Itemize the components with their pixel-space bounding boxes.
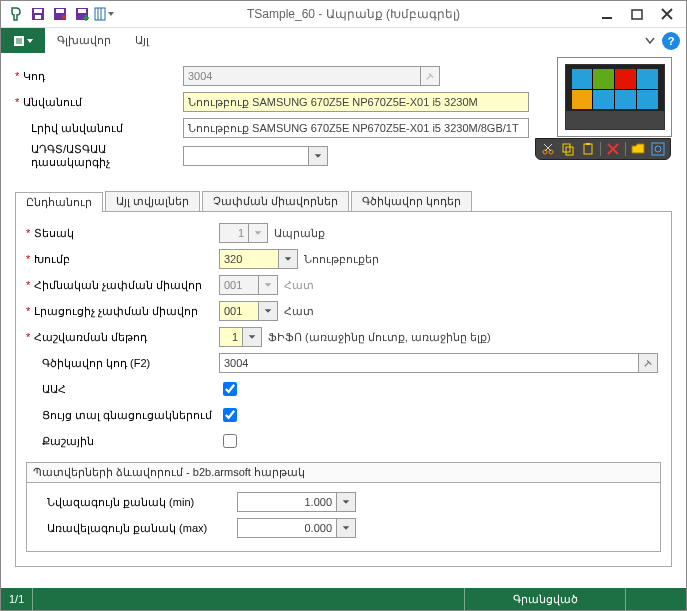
orders-group-title: Պատվերների ձևավորում - b2b.armsoft հարթա… — [27, 463, 660, 483]
status-position: 1/1 — [1, 588, 32, 610]
save-new-icon[interactable] — [72, 4, 92, 24]
addunit-suffix: Հատ — [284, 305, 314, 318]
vat-checkbox[interactable] — [223, 382, 237, 396]
baseunit-dropdown-button — [258, 275, 278, 295]
svg-rect-1 — [34, 9, 42, 13]
save-icon[interactable] — [28, 4, 48, 24]
window-title: TSample_60 - Ապրանք (Խմբագրել) — [115, 7, 592, 21]
baseunit-suffix: Հատ — [284, 279, 314, 292]
tab-general[interactable]: Ընդհանուր — [15, 192, 103, 212]
menubar: Գլխավոր Այլ ? — [1, 27, 686, 53]
baseunit-input — [219, 275, 259, 295]
baseunit-label: Հիմնական չափման միավոր — [34, 279, 219, 292]
svg-rect-20 — [584, 144, 592, 154]
titlebar: TSample_60 - Ապրանք (Խմբագրել) — [1, 1, 686, 27]
maxqty-dropdown-button[interactable] — [336, 518, 356, 538]
columns-dropdown-icon[interactable] — [94, 4, 114, 24]
svg-rect-4 — [56, 9, 64, 13]
svg-rect-2 — [35, 15, 41, 19]
help-icon[interactable]: ? — [662, 32, 680, 50]
maximize-button[interactable] — [622, 3, 652, 25]
minqty-input[interactable] — [237, 492, 337, 512]
type-label: Տեսակ — [34, 227, 219, 240]
group-label: Խումբ — [34, 253, 219, 266]
fullname-label: Լրիվ անվանում — [23, 122, 183, 135]
type-input — [219, 223, 249, 243]
content-area: * Կոդ * Անվանում Լրիվ անվանում ԱԴԳՏ/ԱՏԳԱ… — [1, 53, 686, 588]
delete-icon[interactable] — [605, 141, 621, 157]
product-image-thumbnail — [557, 57, 672, 137]
weight-checkbox[interactable] — [223, 434, 237, 448]
tabs: Ընդհանուր Այլ տվյալներ Չափման միավորներ … — [15, 191, 672, 212]
group-input[interactable] — [219, 249, 279, 269]
fullname-input[interactable] — [183, 118, 529, 138]
close-button[interactable] — [652, 3, 682, 25]
svg-rect-22 — [652, 143, 664, 155]
weight-label: Քաշային — [34, 435, 219, 448]
calcmethod-suffix: ՖԻՖՈ (առաջինը մուտք, առաջինը ելք) — [268, 331, 491, 344]
class-input[interactable] — [183, 146, 309, 166]
minqty-label: Նվազագույն քանակ (min) — [37, 496, 237, 509]
tab-pane-general: * Տեսակ Ապրանք * Խումբ Նոութբուքեր * — [15, 212, 672, 567]
barcode-action-button[interactable] — [638, 353, 658, 373]
addunit-label: Լրացուցիչ չափման միավոր — [34, 305, 219, 318]
svg-rect-21 — [586, 143, 590, 145]
code-lookup-button — [420, 66, 440, 86]
type-dropdown-button — [248, 223, 268, 243]
class-dropdown-button[interactable] — [308, 146, 328, 166]
barcode-input[interactable] — [219, 353, 639, 373]
copy-icon[interactable] — [560, 141, 576, 157]
statusbar: 1/1 Գրանցված — [1, 588, 686, 610]
svg-rect-7 — [95, 8, 105, 20]
group-dropdown-button[interactable] — [278, 249, 298, 269]
menu-expand-icon[interactable] — [638, 35, 662, 47]
maxqty-input[interactable] — [237, 518, 337, 538]
class-label: ԱԴԳՏ/ԱՏԳԱԱ դասակարգիչ — [23, 143, 183, 169]
calcmethod-input[interactable] — [219, 327, 243, 347]
barcode-label: Գծիկավոր կոդ (F2) — [34, 357, 219, 370]
svg-point-23 — [655, 146, 661, 152]
show-label: Ցույց տալ գնացուցակներում — [34, 409, 219, 422]
tab-barcodes[interactable]: Գծիկավոր կոդեր — [351, 191, 472, 211]
vat-label: ԱԱՀ — [34, 383, 219, 396]
calcmethod-label: Հաշվառման մեթոդ — [34, 331, 219, 344]
tab-units[interactable]: Չափման միավորներ — [202, 191, 349, 211]
svg-rect-11 — [632, 10, 642, 19]
name-label: Անվանում — [23, 96, 183, 109]
tab-other-data[interactable]: Այլ տվյալներ — [105, 191, 200, 211]
svg-rect-6 — [78, 9, 86, 13]
code-input — [183, 66, 421, 86]
laptop-image — [565, 64, 665, 130]
maxqty-label: Առավելագույն քանակ (max) — [37, 522, 237, 535]
minqty-dropdown-button[interactable] — [336, 492, 356, 512]
open-folder-icon[interactable] — [630, 141, 646, 157]
save-close-icon[interactable] — [50, 4, 70, 24]
addunit-dropdown-button[interactable] — [258, 301, 278, 321]
code-label: Կոդ — [23, 70, 183, 83]
menu-item-main[interactable]: Գլխավոր — [45, 28, 123, 54]
paste-icon[interactable] — [580, 141, 596, 157]
menu-main-button[interactable] — [1, 28, 45, 54]
menu-item-other[interactable]: Այլ — [123, 28, 161, 54]
status-state: Գրանցված — [465, 588, 625, 610]
type-suffix: Ապրանք — [274, 227, 325, 240]
settings-icon[interactable] — [650, 141, 666, 157]
orders-group: Պատվերների ձևավորում - b2b.armsoft հարթա… — [26, 462, 661, 552]
minimize-button[interactable] — [592, 3, 622, 25]
addunit-input[interactable] — [219, 301, 259, 321]
name-input[interactable] — [183, 92, 529, 112]
cut-icon[interactable] — [540, 141, 556, 157]
calcmethod-dropdown-button[interactable] — [242, 327, 262, 347]
group-suffix: Նոութբուքեր — [304, 253, 379, 266]
app-logo-icon — [6, 4, 26, 24]
show-checkbox[interactable] — [223, 408, 237, 422]
thumbnail-toolbar — [535, 138, 671, 160]
